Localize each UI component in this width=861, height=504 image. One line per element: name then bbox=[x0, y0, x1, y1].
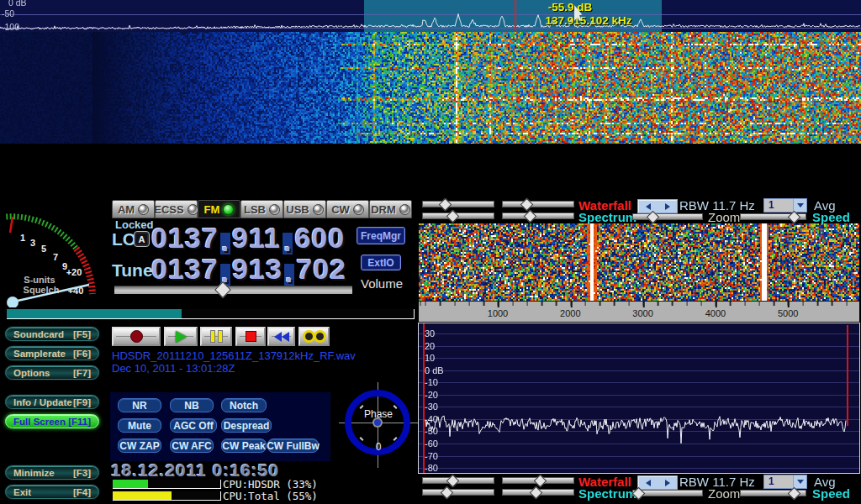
mode-button-drm[interactable]: DRM bbox=[369, 200, 412, 218]
mode-button-ecss[interactable]: ECSS bbox=[155, 200, 198, 218]
dsp-button-cw-zap[interactable]: CW ZAP bbox=[118, 438, 161, 453]
waterfall-brightness-slider-thumb[interactable] bbox=[446, 475, 460, 488]
record-button[interactable] bbox=[112, 327, 161, 346]
af-db-label: -20 bbox=[425, 390, 438, 400]
speed-slider-thumb[interactable] bbox=[788, 211, 801, 224]
s-meter-tick-1: 1 bbox=[20, 233, 25, 243]
phase-center-dot bbox=[374, 419, 381, 426]
rbw-scroll-control[interactable] bbox=[637, 199, 678, 213]
speed-slider[interactable] bbox=[740, 213, 806, 220]
menu-button-soundcard[interactable]: Soundcard[F5] bbox=[5, 327, 99, 341]
playback-progress-bar[interactable] bbox=[7, 309, 415, 319]
waterfall-contrast-slider[interactable] bbox=[502, 477, 574, 484]
dsp-button-cw-peak[interactable]: CW Peak bbox=[221, 438, 267, 453]
af-controls-bottom: WaterfallRBW 11.7 Hz1AvgSpectrumZoomSpee… bbox=[418, 475, 861, 500]
spectrum-contrast-slider-thumb[interactable] bbox=[524, 210, 537, 223]
menu-button-minimize[interactable]: Minimize[F3] bbox=[5, 465, 99, 480]
dropdown-arrow-icon[interactable] bbox=[793, 475, 806, 488]
tune-frequency-display[interactable]: 0137.913.702 bbox=[151, 253, 346, 286]
dsp-button-despread[interactable]: Despread bbox=[221, 418, 272, 433]
speed-slider-thumb[interactable] bbox=[788, 487, 801, 501]
menu-button-label: Samplerate bbox=[13, 349, 66, 359]
mode-button-cw[interactable]: CW bbox=[326, 200, 369, 218]
play-button[interactable] bbox=[164, 327, 198, 346]
spectrum-contrast-slider[interactable] bbox=[502, 213, 574, 219]
digit-group: 600 bbox=[294, 222, 345, 255]
menu-button-full-screen[interactable]: Full Screen[F11] bbox=[5, 414, 99, 428]
menu-button-label: Options bbox=[13, 368, 50, 378]
dsp-button-agc-off[interactable]: AGC Off bbox=[170, 418, 217, 433]
extio-button[interactable]: ExtIO bbox=[361, 255, 401, 270]
loop-button[interactable] bbox=[298, 327, 330, 346]
recording-filename: HDSDR_20111210_125611Z_137912kHz_RF.wav bbox=[112, 349, 356, 362]
lo-auto-button[interactable]: A bbox=[134, 231, 150, 247]
zoom-slider[interactable] bbox=[632, 213, 703, 220]
spectrum-brightness-slider[interactable] bbox=[422, 489, 494, 496]
mode-selector-row: AMECSSFMLSBUSBCWDRM bbox=[112, 200, 412, 218]
af-waterfall-display[interactable] bbox=[419, 223, 859, 301]
mode-button-lsb[interactable]: LSB bbox=[240, 200, 283, 218]
waterfall-brightness-slider[interactable] bbox=[422, 201, 494, 207]
af-db-label: -80 bbox=[425, 463, 438, 473]
waterfall-brightness-slider-thumb[interactable] bbox=[439, 198, 452, 212]
spectrum-brightness-slider[interactable] bbox=[422, 213, 494, 219]
dsp-button-mute[interactable]: Mute bbox=[118, 418, 161, 433]
freqmgr-button[interactable]: FreqMgr bbox=[357, 227, 405, 244]
af-db-label: -40 bbox=[425, 414, 438, 424]
menu-button-exit[interactable]: Exit[F4] bbox=[5, 485, 99, 499]
volume-slider[interactable] bbox=[114, 286, 352, 294]
stop-button[interactable] bbox=[235, 327, 266, 346]
rbw-right-arrow[interactable] bbox=[658, 476, 677, 489]
mode-button-fm[interactable]: FM bbox=[198, 200, 240, 218]
rbw-left-arrow[interactable] bbox=[638, 200, 658, 213]
zoom-slider[interactable] bbox=[632, 490, 703, 496]
rbw-right-arrow[interactable] bbox=[658, 200, 677, 213]
af-db-label: -60 bbox=[425, 438, 438, 449]
dsp-button-nr[interactable]: NR bbox=[118, 398, 161, 412]
waterfall-contrast-slider-thumb[interactable] bbox=[520, 198, 534, 212]
lo-frequency-display[interactable]: 0137.911.600 bbox=[151, 222, 345, 255]
dropdown-arrow-icon[interactable] bbox=[793, 199, 806, 212]
digit-separator: . bbox=[284, 264, 294, 286]
waterfall-contrast-slider[interactable] bbox=[502, 201, 574, 207]
avg-dropdown[interactable]: 1 bbox=[763, 475, 807, 489]
tune-label: Tune bbox=[112, 260, 153, 281]
pause-button[interactable] bbox=[200, 327, 232, 346]
s-units-label: S-units bbox=[24, 275, 55, 285]
af-db-label: -70 bbox=[425, 451, 438, 461]
mode-radio-icon bbox=[399, 204, 410, 215]
menu-button-info-update[interactable]: Info / Update[F9] bbox=[5, 395, 99, 409]
phase-value: 0 bbox=[376, 441, 382, 453]
spectrum-contrast-slider-thumb[interactable] bbox=[530, 486, 543, 500]
dsp-button-cw-afc[interactable]: CW AFC bbox=[170, 438, 214, 453]
zoom-slider-thumb[interactable] bbox=[647, 211, 660, 224]
dsp-button-nb[interactable]: NB bbox=[170, 398, 214, 412]
mode-button-am[interactable]: AM bbox=[112, 200, 155, 218]
menu-button-fkey: [F5] bbox=[73, 329, 91, 339]
rbw-left-arrow[interactable] bbox=[638, 476, 658, 489]
rewind-button[interactable] bbox=[267, 327, 295, 346]
rf-spectrum-display[interactable]: 0 dB -50 -100 -55.9 dB 137.915.102 kHz bbox=[0, 0, 861, 32]
s-meter: 1 3 5 7 9 +20 +40 S-units Squelch bbox=[2, 202, 108, 307]
speed-slider[interactable] bbox=[740, 490, 806, 496]
rbw-scroll-control[interactable] bbox=[637, 475, 678, 490]
dsp-button-notch[interactable]: Notch bbox=[221, 398, 267, 412]
menu-button-samplerate[interactable]: Samplerate[F6] bbox=[5, 346, 99, 360]
avg-dropdown[interactable]: 1 bbox=[763, 198, 807, 213]
waterfall-brightness-slider[interactable] bbox=[422, 477, 494, 484]
af-spectrum-display[interactable]: 3020100 dB-10-20-30-40-50-60-70-80 bbox=[418, 323, 860, 474]
dsp-button-cw-fullbw[interactable]: CW FullBw bbox=[267, 438, 319, 453]
af-frequency-scale[interactable]: 10002000300040005000 bbox=[419, 301, 859, 322]
mode-button-usb[interactable]: USB bbox=[283, 200, 326, 218]
spectrum-brightness-slider-thumb[interactable] bbox=[441, 486, 454, 500]
spectrum-brightness-slider-thumb[interactable] bbox=[446, 210, 460, 223]
menu-button-options[interactable]: Options[F7] bbox=[5, 365, 99, 380]
menu-button-fkey: [F9] bbox=[73, 397, 91, 407]
af-scale-label: 5000 bbox=[778, 308, 798, 318]
digit-group: 0137 bbox=[151, 253, 219, 286]
mode-label: CW bbox=[331, 203, 350, 216]
mode-label: DRM bbox=[371, 203, 396, 216]
spectrum-contrast-slider[interactable] bbox=[502, 489, 574, 496]
menu-button-label: Full Screen bbox=[13, 417, 66, 427]
digit-group: 911 bbox=[232, 222, 281, 255]
